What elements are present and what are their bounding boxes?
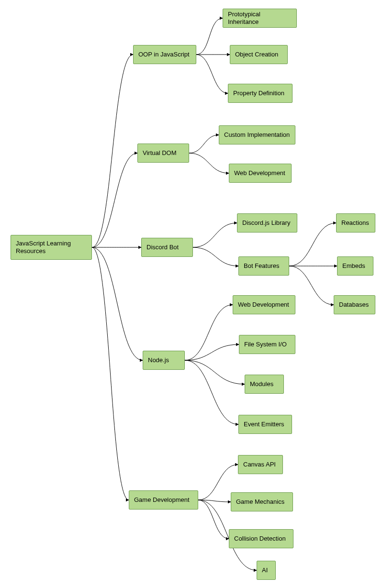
node-game-label: Game Development — [134, 496, 190, 504]
node-vdom-webdev: Web Development — [229, 164, 292, 183]
node-feat-databases-label: Databases — [339, 301, 369, 309]
node-game-canvas-label: Canvas API — [243, 461, 276, 468]
node-game-collision-label: Collision Detection — [234, 535, 286, 543]
node-vdom-label: Virtual DOM — [143, 149, 177, 157]
node-nodejs-webdev: Web Development — [233, 295, 295, 314]
node-oop-propdef: Property Definition — [228, 84, 293, 103]
edge-discord_features-feat_databases — [289, 266, 334, 305]
node-discord-features: Bot Features — [238, 256, 289, 276]
node-root-label: JavaScript Learning Resources — [16, 240, 87, 255]
edge-root-node — [92, 247, 143, 360]
node-discord-lib-label: Discord.js Library — [242, 219, 290, 227]
node-discord-label: Discord Bot — [146, 244, 179, 251]
node-nodejs: Node.js — [143, 351, 185, 370]
node-game-canvas: Canvas API — [238, 455, 283, 474]
edge-vdom-vdom_custom — [189, 135, 219, 153]
edge-node-node_modules — [185, 360, 245, 384]
node-oop-proto-label: Prototypical Inheritance — [228, 11, 292, 26]
edge-discord-discord_lib — [193, 223, 237, 247]
edge-node-node_fsio — [185, 344, 239, 360]
node-game: Game Development — [129, 490, 198, 510]
node-vdom-custom: Custom Implementation — [219, 125, 295, 144]
node-game-mechanics: Game Mechanics — [231, 492, 293, 511]
node-feat-embeds-label: Embeds — [342, 262, 365, 270]
node-vdom-custom-label: Custom Implementation — [224, 131, 290, 139]
node-discord-features-label: Bot Features — [244, 262, 279, 270]
node-game-collision: Collision Detection — [229, 529, 293, 548]
node-feat-reactions-label: Reactions — [341, 219, 369, 227]
edge-node-node_webdev — [185, 305, 233, 360]
node-game-ai-label: AI — [262, 566, 268, 574]
node-game-ai: AI — [257, 561, 276, 580]
edge-root-game — [92, 247, 129, 500]
node-oop-propdef-label: Property Definition — [233, 89, 284, 97]
node-game-mechanics-label: Game Mechanics — [236, 498, 284, 506]
edge-root-oop — [92, 55, 133, 247]
node-vdom: Virtual DOM — [137, 144, 189, 163]
edge-discord-discord_features — [193, 247, 238, 266]
edge-vdom-vdom_webdev — [189, 153, 229, 173]
edge-game-game_mechanics — [198, 500, 231, 502]
node-nodejs-emitters: Event Emitters — [238, 415, 292, 434]
edge-node-node_emitters — [185, 360, 238, 424]
node-discord: Discord Bot — [141, 238, 193, 257]
edge-game-game_collision — [198, 500, 229, 539]
edge-oop-oop_propdef — [196, 55, 228, 93]
node-nodejs-fsio-label: File System I/O — [244, 341, 287, 348]
node-oop-objcreate-label: Object Creation — [235, 51, 278, 58]
node-oop-objcreate: Object Creation — [230, 45, 288, 64]
node-nodejs-modules-label: Modules — [250, 380, 273, 388]
node-nodejs-emitters-label: Event Emitters — [244, 421, 284, 428]
node-feat-reactions: Reactions — [336, 213, 375, 233]
node-nodejs-modules: Modules — [245, 375, 284, 394]
node-nodejs-webdev-label: Web Development — [238, 301, 289, 309]
edge-oop-oop_proto — [196, 18, 223, 55]
node-oop-label: OOP in JavaScript — [138, 51, 190, 58]
node-feat-embeds: Embeds — [337, 256, 373, 276]
edge-root-vdom — [92, 153, 137, 247]
node-vdom-webdev-label: Web Development — [234, 169, 285, 177]
node-discord-lib: Discord.js Library — [237, 213, 297, 233]
node-feat-databases: Databases — [334, 295, 375, 314]
node-root: JavaScript Learning Resources — [11, 235, 92, 260]
node-nodejs-fsio: File System I/O — [239, 335, 295, 354]
node-nodejs-label: Node.js — [148, 356, 169, 364]
node-oop-proto: Prototypical Inheritance — [223, 9, 297, 28]
node-oop: OOP in JavaScript — [133, 45, 196, 64]
